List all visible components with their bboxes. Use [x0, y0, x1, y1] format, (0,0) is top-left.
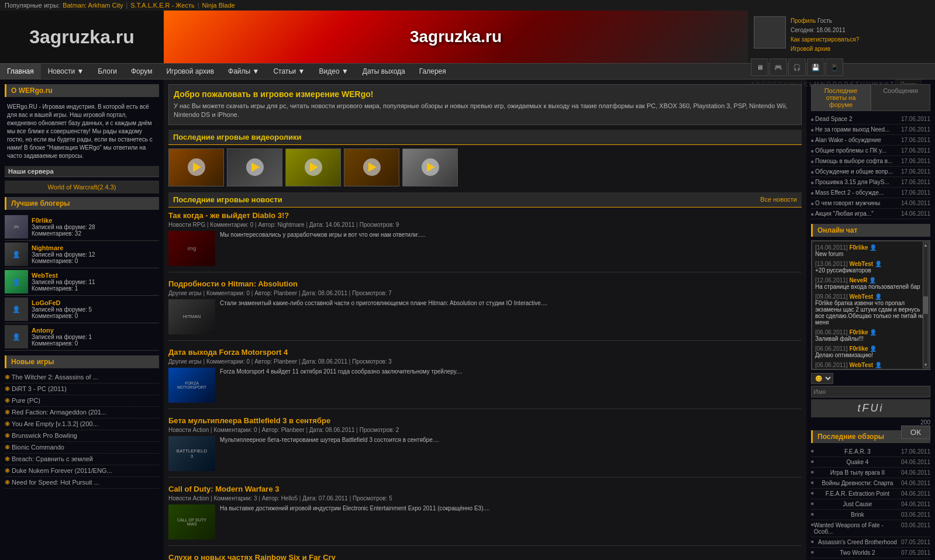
video-thumb-2[interactable]	[227, 148, 282, 186]
forum-post-link-4[interactable]: Общие проблемы с ПК у...	[815, 147, 886, 154]
game-item-10: Need for Speed: Hot Pursuit ...	[5, 477, 159, 489]
popular-game-2[interactable]: S.T.A.L.K.E.R - Жесть	[130, 2, 194, 9]
forum-post-link-10[interactable]: Акция "Любая игра..."	[815, 210, 874, 217]
review-1: F.E.A.R. 3 17.06.2011	[811, 447, 930, 457]
news-title-2[interactable]: Подробности о Hitman: Absolution	[168, 279, 802, 288]
video-thumb-1[interactable]	[168, 148, 224, 186]
chat-ok-button[interactable]: ОК	[901, 426, 930, 439]
welcome-text: У нас Вы можете скачать игры для pc, чит…	[174, 102, 796, 120]
about-title: О WERgo.ru	[5, 84, 159, 97]
forum-post-2: 17.06.2011 Не за горами выход Need...	[811, 125, 930, 135]
review-link-8[interactable]: Wanted Weapons of Fate - Особ...	[814, 522, 901, 535]
review-link-6[interactable]: Just Cause	[843, 501, 872, 507]
forum-post-link-2[interactable]: Не за горами выход Need...	[815, 126, 889, 133]
news-item-4: Бета мультиплеера Battlefield 3 в сентяб…	[168, 416, 802, 478]
review-link-4[interactable]: Войны Древности: Спарта	[822, 480, 893, 486]
forum-post-link-7[interactable]: Прошивка 3.15 для PlayS...	[815, 179, 889, 185]
icon-monitor[interactable]: 🖥	[751, 58, 768, 76]
icon-mobile[interactable]: 📱	[826, 58, 843, 76]
forum-post-6: 17.06.2011 Обсуждение и общие вопр...	[811, 167, 930, 177]
icon-usb[interactable]: 💾	[807, 58, 824, 76]
news-item-3: Дата выхода Forza Motorsport 4 Другие иг…	[168, 348, 802, 409]
review-link-3[interactable]: Игра В тылу врага II	[830, 469, 885, 476]
game-archive-link[interactable]: Игровой архив	[791, 46, 830, 52]
nav-home[interactable]: Главная	[0, 64, 41, 79]
chat-name-input[interactable]	[811, 386, 930, 397]
video-thumb-4[interactable]	[344, 148, 399, 186]
forum-post-link-9[interactable]: О чем говорят мужчины	[815, 200, 880, 206]
forum-post-9: 14.06.2011 О чем говорят мужчины	[811, 198, 930, 209]
blogger-webtest: 👤 WebTest Записей на форуме: 11 Коммента…	[5, 268, 159, 296]
blogger-info-2: Nightmare Записей на форуме: 12 Коммента…	[32, 244, 95, 264]
news-title-1[interactable]: Так когда - же выйдет Diablo 3!?	[168, 211, 802, 220]
welcome-box: Добро пожаловать в игровое измерение WER…	[168, 84, 802, 125]
news-title-4[interactable]: Бета мультиплеера Battlefield 3 в сентяб…	[168, 416, 802, 425]
tab-forum-posts[interactable]: Последние ответы на форуме	[811, 84, 871, 111]
nav-files[interactable]: Файлы ▼	[221, 64, 266, 79]
video-thumb-5[interactable]	[402, 148, 458, 186]
review-link-9[interactable]: Assassin's Creed Brotherhood	[818, 539, 897, 545]
review-link-5[interactable]: F.E.A.R. Extraction Point	[826, 490, 890, 497]
chat-mood-select[interactable]: 😊	[811, 373, 833, 384]
news-body-1: img Мы поинтересовались у разработчиков …	[168, 231, 802, 266]
news-text-5: На выставке достижений игровой индустрии…	[220, 504, 490, 540]
popular-game-3[interactable]: Ninja Blade	[202, 2, 235, 9]
nav-news[interactable]: Новости ▼	[41, 64, 91, 79]
icons-row: 🖥 🎮 🎧 💾 📱	[751, 57, 935, 78]
nav-release-dates[interactable]: Даты выхода	[356, 64, 412, 79]
chat-entry-6: [06.06.2011] F0rlike 👤 Делаю оптимизацию…	[815, 345, 926, 358]
video-thumb-3[interactable]	[285, 148, 341, 186]
review-link-2[interactable]: Quake 4	[846, 459, 868, 465]
today-date: Сегодня: 18.06.2011	[791, 26, 859, 35]
game-item-9: Duke Nukem Forever (2011/ENG...	[5, 465, 159, 477]
game-item-2: DiRT 3 - PC (2011)	[5, 383, 159, 395]
forum-post-10: 14.06.2011 Акция "Любая игра..."	[811, 209, 930, 219]
site-logo-left: 3agruzka.ru	[29, 26, 134, 48]
forum-post-link-6[interactable]: Обсуждение и общие вопр...	[815, 168, 893, 175]
icon-headset[interactable]: 🎧	[788, 58, 806, 76]
forum-posts-list: 17.06.2011 Dead Space 2 17.06.2011 Не за…	[811, 114, 930, 219]
server-title: Наши сервера	[5, 166, 159, 177]
about-text: WERgo.RU - Игровая индустрия. В которой …	[5, 101, 159, 163]
news-img-5: CALL OF DUTYMW3	[168, 504, 215, 540]
news-title-3[interactable]: Дата выхода Forza Motorsport 4	[168, 348, 802, 357]
news-section-header: Последние игровые новости Все новости	[168, 192, 802, 208]
profile-link[interactable]: Профиль	[791, 18, 816, 24]
popular-game-1[interactable]: Batman: Arkham City	[63, 2, 123, 9]
nav-archive[interactable]: Игровой архив	[159, 64, 221, 79]
forum-post-link-1[interactable]: Dead Space 2	[815, 116, 852, 122]
forum-post-link-3[interactable]: Alan Wake - обсуждение	[815, 137, 881, 143]
top-bar: Популярные игры: Batman: Arkham City | S…	[0, 0, 935, 11]
blogger-nightmare: 👤 Nightmare Записей на форуме: 12 Коммен…	[5, 241, 159, 268]
blogger-antony: 👤 Antony Записей на форуме: 1 Комментари…	[5, 323, 159, 351]
header-avatar	[754, 16, 786, 49]
review-link-7[interactable]: Brink	[851, 511, 864, 518]
news-item-2: Подробности о Hitman: Absolution Другие …	[168, 279, 802, 341]
chat-entry-2: [13.06.2011] WebTest 👤 +20 руссификаторо…	[815, 261, 926, 274]
register-prompt-link[interactable]: Как зарегистрироваться?	[791, 36, 859, 43]
review-8: Wanted Weapons of Fate - Особ... 03.06.2…	[811, 520, 930, 537]
review-link-1[interactable]: F.E.A.R. 3	[844, 448, 871, 455]
icon-game1[interactable]: 🎮	[770, 58, 787, 76]
review-link-10[interactable]: Two Worlds 2	[840, 549, 875, 556]
nav-blogs[interactable]: Блоги	[91, 64, 124, 79]
nav-video[interactable]: Видео ▼	[312, 64, 356, 79]
all-news-link[interactable]: Все новости	[760, 196, 797, 203]
reviews-list: F.E.A.R. 3 17.06.2011 Quake 4 04.06.2011…	[811, 447, 930, 558]
chat-scrollbar[interactable]: ▲ ▼	[923, 242, 929, 368]
news-img-3: FORZAMOTORSPORT	[168, 368, 215, 403]
news-body-3: FORZAMOTORSPORT Forza Motorsport 4 выйде…	[168, 368, 802, 403]
nav-gallery[interactable]: Галерея	[412, 64, 453, 79]
news-title-5[interactable]: Call of Duty: Modern Warfare 3	[168, 485, 802, 493]
header-banner: 3agruzka.ru	[164, 11, 748, 63]
forum-post-link-8[interactable]: Mass Effect 2 - обсуждe...	[815, 189, 884, 196]
forum-post-link-5[interactable]: Помощь в выборе софта в...	[815, 158, 892, 164]
review-5: F.E.A.R. Extraction Point 04.06.2011	[811, 489, 930, 499]
nav-forum[interactable]: Форум	[124, 64, 159, 79]
blogger-info-3: WebTest Записей на форуме: 11 Комментари…	[32, 272, 95, 292]
nav-articles[interactable]: Статьи ▼	[266, 64, 312, 79]
chat-box: [14.06.2011] F0rlike 👤 New forum [13.06.…	[812, 241, 930, 369]
blogger-logoged: 👤 LoGoFeD Записей на форуме: 5 Комментар…	[5, 296, 159, 323]
tab-messages[interactable]: Сообщения	[871, 84, 930, 111]
news-title-6[interactable]: Слухи о новых частях Rainbow Six и Far C…	[168, 553, 802, 560]
